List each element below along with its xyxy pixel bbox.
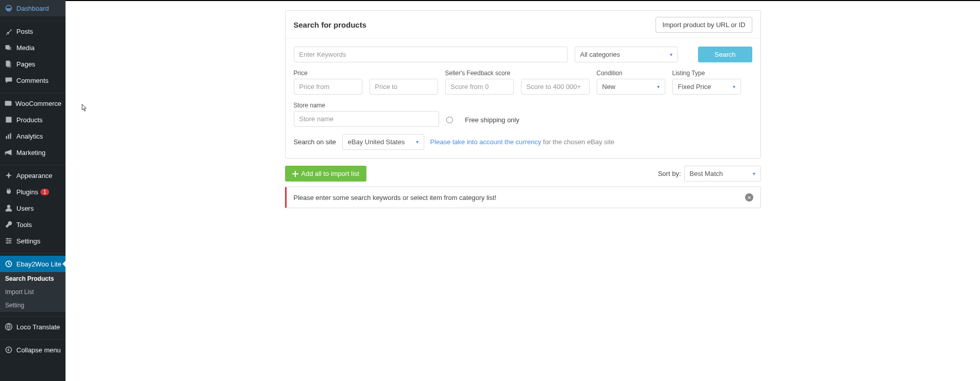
users-icon bbox=[4, 204, 13, 213]
search-panel: Search for products Import product by UR… bbox=[285, 10, 761, 159]
appearance-icon bbox=[4, 171, 13, 180]
svg-rect-7 bbox=[8, 135, 9, 139]
alert-message: Please enter some search keywords or sel… bbox=[285, 187, 761, 208]
site-value: eBay United States bbox=[348, 138, 405, 146]
svg-point-9 bbox=[7, 205, 10, 208]
score-from-input[interactable] bbox=[445, 79, 514, 95]
sidebar-sub-setting[interactable]: Setting bbox=[0, 299, 66, 312]
sidebar-item-label: Users bbox=[16, 205, 34, 212]
sort-by-select[interactable]: Best Match ▾ bbox=[684, 166, 761, 182]
pin-icon bbox=[4, 27, 13, 36]
media-icon bbox=[4, 43, 13, 52]
sidebar-item-comments[interactable]: Comments bbox=[0, 72, 66, 88]
svg-rect-3 bbox=[7, 62, 11, 68]
condition-value: New bbox=[602, 83, 616, 91]
price-to-input[interactable] bbox=[369, 79, 438, 95]
keywords-input[interactable] bbox=[294, 47, 568, 62]
sidebar-item-label: Posts bbox=[16, 28, 33, 35]
add-all-button[interactable]: Add all to import list bbox=[285, 166, 366, 182]
search-button[interactable]: Search bbox=[698, 47, 752, 62]
sidebar-item-label: Tools bbox=[16, 221, 32, 229]
category-select[interactable]: All categories ▾ bbox=[575, 47, 678, 62]
collapse-icon bbox=[4, 345, 13, 354]
sidebar-item-woocommerce[interactable]: WooCommerce bbox=[0, 95, 66, 111]
store-name-input[interactable] bbox=[294, 111, 439, 127]
price-label: Price bbox=[294, 70, 362, 77]
condition-select[interactable]: New ▾ bbox=[597, 79, 665, 95]
sidebar-item-products[interactable]: Products bbox=[0, 111, 66, 128]
sidebar-item-label: Appearance bbox=[16, 172, 52, 180]
pages-icon bbox=[4, 59, 13, 69]
main-content: Search for products Import product by UR… bbox=[66, 0, 980, 381]
marketing-icon bbox=[4, 148, 13, 157]
listing-label: Listing Type bbox=[672, 70, 741, 77]
sidebar-item-tools[interactable]: Tools bbox=[0, 216, 66, 233]
chevron-down-icon: ▾ bbox=[416, 139, 419, 145]
sidebar-submenu: Search Products Import List Setting bbox=[0, 272, 66, 312]
sidebar-item-label: Pages bbox=[16, 60, 35, 68]
sidebar-item-dashboard[interactable]: Dashboard bbox=[0, 0, 66, 16]
sidebar-item-analytics[interactable]: Analytics bbox=[0, 128, 66, 144]
svg-rect-4 bbox=[5, 101, 12, 106]
sidebar-sub-import-list[interactable]: Import List bbox=[0, 285, 66, 299]
sidebar-item-pages[interactable]: Pages bbox=[0, 56, 66, 72]
sidebar-item-appearance[interactable]: Appearance bbox=[0, 167, 66, 184]
sidebar-item-label: Marketing bbox=[16, 149, 46, 156]
sidebar-item-label: Analytics bbox=[16, 132, 43, 140]
admin-sidebar: Dashboard Posts Media Pages Comments Woo… bbox=[0, 0, 66, 381]
sidebar-item-label: WooCommerce bbox=[15, 100, 61, 107]
chevron-down-icon: ▾ bbox=[657, 84, 660, 89]
sidebar-item-settings[interactable]: Settings bbox=[0, 233, 66, 249]
import-by-url-button[interactable]: Import product by URL or ID bbox=[656, 17, 752, 33]
svg-rect-5 bbox=[6, 117, 11, 122]
settings-icon bbox=[4, 236, 13, 245]
sidebar-item-label: Collapse menu bbox=[16, 346, 61, 354]
loco-icon bbox=[4, 322, 13, 331]
products-icon bbox=[4, 115, 13, 124]
alert-close-button[interactable]: ✕ bbox=[745, 193, 753, 201]
chevron-down-icon: ▾ bbox=[670, 52, 672, 57]
svg-point-15 bbox=[7, 242, 8, 243]
sidebar-item-plugins[interactable]: Plugins 1 bbox=[0, 184, 66, 200]
sidebar-item-media[interactable]: Media bbox=[0, 39, 66, 56]
sidebar-item-label: Dashboard bbox=[16, 5, 49, 12]
svg-rect-1 bbox=[7, 47, 11, 50]
sidebar-item-label: Products bbox=[16, 116, 42, 124]
price-from-input[interactable] bbox=[294, 79, 362, 95]
add-all-label: Add all to import list bbox=[301, 170, 359, 177]
sidebar-item-label: Comments bbox=[16, 77, 49, 84]
sidebar-sub-search-products[interactable]: Search Products bbox=[0, 272, 66, 285]
sidebar-item-posts[interactable]: Posts bbox=[0, 23, 66, 39]
site-select[interactable]: eBay United States ▾ bbox=[342, 134, 424, 150]
category-value: All categories bbox=[580, 51, 620, 58]
free-shipping-checkbox[interactable] bbox=[446, 117, 453, 123]
feedback-label: Seller's Feedback score bbox=[445, 70, 514, 77]
chevron-down-icon: ▾ bbox=[733, 84, 735, 89]
sort-by-value: Best Match bbox=[690, 170, 723, 177]
plugins-badge: 1 bbox=[40, 189, 50, 195]
sidebar-item-collapse[interactable]: Collapse menu bbox=[0, 342, 66, 358]
condition-label: Condition bbox=[597, 70, 665, 77]
listing-type-select[interactable]: Fixed Price ▾ bbox=[672, 79, 741, 95]
dashboard-icon bbox=[4, 4, 13, 13]
svg-point-14 bbox=[9, 240, 11, 241]
tools-icon bbox=[4, 220, 13, 229]
plus-icon bbox=[292, 171, 298, 177]
sort-by-label: Sort by: bbox=[658, 170, 681, 177]
sidebar-item-label: Plugins bbox=[16, 188, 38, 196]
svg-point-18 bbox=[6, 347, 11, 352]
panel-title: Search for products bbox=[294, 20, 367, 29]
score-to-input[interactable] bbox=[521, 79, 590, 95]
search-on-site-label: Search on site bbox=[294, 138, 336, 146]
free-shipping-label: Free shipping only bbox=[465, 116, 519, 124]
sidebar-item-label: Loco Translate bbox=[16, 323, 60, 331]
sidebar-item-loco[interactable]: Loco Translate bbox=[0, 319, 66, 335]
currency-hint-link[interactable]: Please take into account the currency bbox=[430, 138, 541, 146]
alert-text: Please enter some search keywords or sel… bbox=[294, 194, 497, 201]
svg-rect-8 bbox=[10, 133, 11, 139]
sidebar-item-ebay2woo[interactable]: Ebay2Woo Lite bbox=[0, 256, 66, 272]
comments-icon bbox=[4, 76, 13, 85]
svg-point-13 bbox=[7, 238, 8, 239]
sidebar-item-marketing[interactable]: Marketing bbox=[0, 144, 66, 161]
sidebar-item-users[interactable]: Users bbox=[0, 200, 66, 216]
